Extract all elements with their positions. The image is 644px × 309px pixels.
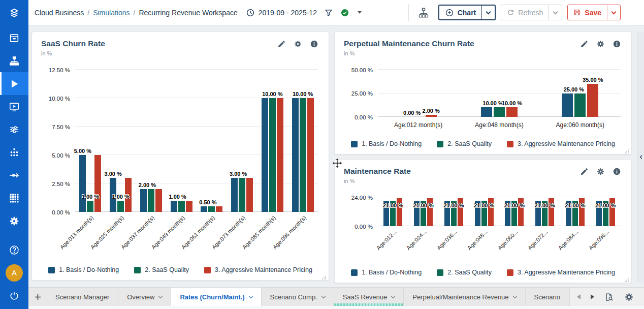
refresh-button[interactable]: Refresh: [501, 5, 562, 20]
bar[interactable]: [140, 189, 147, 212]
sidebar-item-dots-cluster[interactable]: [0, 141, 28, 164]
add-chart-button[interactable]: Chart: [438, 5, 496, 20]
legend-item[interactable]: 2. SaaS Quality: [134, 266, 189, 273]
refresh-dropdown[interactable]: [549, 5, 562, 20]
bar[interactable]: [239, 178, 245, 212]
info-icon[interactable]: [613, 167, 621, 176]
bar[interactable]: [201, 206, 207, 212]
bar[interactable]: [231, 178, 238, 212]
legend-item[interactable]: 1. Basis / Do-Nothing: [351, 269, 422, 276]
bar[interactable]: [300, 98, 306, 212]
sidebar-item-flow-arrow[interactable]: [0, 164, 28, 187]
bar[interactable]: [148, 189, 154, 212]
settings-gear-icon[interactable]: [596, 167, 605, 176]
legend-item[interactable]: 3. Aggressive Maintenance Pricing: [204, 266, 312, 273]
legend-swatch: [134, 267, 141, 273]
sidebar-item-gear[interactable]: [0, 209, 28, 232]
sidebar-item-avatar[interactable]: A: [0, 261, 28, 284]
tabbar-settings-gear-icon[interactable]: [624, 292, 634, 302]
breadcrumb-current: Recurring Revenue Workspace: [139, 9, 237, 17]
bar[interactable]: [186, 201, 192, 212]
info-icon[interactable]: [310, 40, 318, 48]
edit-pencil-icon[interactable]: [580, 167, 589, 176]
edit-pencil-icon[interactable]: [580, 40, 589, 48]
date-range-widget[interactable]: 2019-09 - 2025-12: [246, 8, 317, 17]
edit-pencil-icon[interactable]: [277, 40, 286, 48]
bar[interactable]: [171, 201, 177, 212]
scroll-right-icon[interactable]: [591, 294, 594, 299]
breadcrumb-link-simulations[interactable]: Simulations: [93, 9, 130, 17]
legend-item[interactable]: 3. Aggressive Maintenance Pricing: [507, 140, 615, 147]
breadcrumb-separator: /: [134, 9, 136, 17]
save-button[interactable]: Save: [567, 5, 621, 20]
tab-scenario-comp[interactable]: Scenario Comp.: [262, 288, 334, 306]
tab-scenario-manager[interactable]: Scenario Manager: [47, 288, 118, 306]
legend-label: 2. SaaS Quality: [447, 140, 492, 147]
bar[interactable]: [155, 189, 162, 212]
legend-item[interactable]: 1. Basis / Do-Nothing: [351, 140, 422, 147]
settings-gear-icon[interactable]: [596, 40, 605, 48]
tab-overview[interactable]: Overview: [118, 288, 171, 306]
bar[interactable]: [117, 201, 124, 212]
bar[interactable]: [307, 98, 314, 212]
sidebar-item-play-screen[interactable]: [0, 95, 28, 118]
bar[interactable]: [79, 155, 86, 212]
info-icon[interactable]: [613, 40, 621, 48]
bar[interactable]: [87, 201, 93, 212]
legend-item[interactable]: 2. SaaS Quality: [437, 269, 492, 276]
sidebar-item-archive[interactable]: [0, 26, 28, 49]
bar-value-label: 10.00 %: [502, 100, 522, 106]
bar[interactable]: [292, 98, 299, 212]
sidebar-item-grid[interactable]: [0, 187, 28, 209]
avatar: A: [6, 264, 23, 282]
sidebar-item-play[interactable]: [0, 72, 28, 95]
legend-item[interactable]: 3. Aggressive Maintenance Pricing: [507, 269, 615, 276]
status-caret-down-icon[interactable]: [358, 11, 362, 14]
sitemap-icon[interactable]: [418, 7, 429, 18]
collapse-panel-toggle[interactable]: [637, 32, 644, 283]
tab-saas-revenue[interactable]: SaaS Revenue: [334, 288, 404, 306]
bar[interactable]: [426, 115, 437, 117]
x-axis-label: Age:048...: [466, 229, 489, 251]
bar[interactable]: [216, 206, 222, 212]
filter-icon[interactable]: [324, 8, 333, 17]
x-axis-label: Age:037 month(s): [120, 214, 155, 250]
bar[interactable]: [506, 107, 518, 117]
panel-toolbar: [277, 40, 318, 48]
resize-handle-icon[interactable]: [624, 147, 629, 152]
tab-rates-churn-maint[interactable]: Rates (Churn/Maint.): [171, 288, 261, 306]
bar[interactable]: [94, 155, 101, 212]
x-axis-label: Age:073 month(s): [211, 214, 246, 250]
add-tab-button[interactable]: [28, 288, 47, 306]
bar[interactable]: [481, 107, 492, 117]
bar[interactable]: [494, 107, 505, 117]
sidebar-item-org-chart[interactable]: [0, 49, 28, 72]
tab-scenario[interactable]: Scenario: [526, 288, 569, 306]
bar[interactable]: [178, 201, 185, 212]
legend-item[interactable]: 1. Basis / Do-Nothing: [48, 266, 119, 273]
bar[interactable]: [587, 84, 598, 117]
settings-gear-icon[interactable]: [294, 40, 302, 48]
find-in-page-icon[interactable]: [604, 292, 614, 302]
x-axis-label: Age:012 month(s): [394, 121, 442, 129]
resize-handle-icon[interactable]: [321, 273, 327, 278]
resize-handle-icon[interactable]: [624, 275, 629, 281]
bar[interactable]: [269, 98, 276, 212]
bar[interactable]: [246, 178, 253, 212]
sidebar-item-power[interactable]: [0, 284, 28, 307]
bar[interactable]: [262, 98, 268, 212]
bar[interactable]: [277, 98, 283, 212]
scroll-left-icon[interactable]: [577, 294, 581, 299]
sidebar-item-sliders[interactable]: [0, 118, 28, 141]
legend-item[interactable]: 2. SaaS Quality: [437, 140, 492, 147]
save-dropdown[interactable]: [607, 5, 620, 20]
bar[interactable]: [562, 94, 573, 117]
sidebar-item-help[interactable]: [0, 238, 28, 261]
bar[interactable]: [208, 206, 215, 212]
add-chart-dropdown[interactable]: [481, 6, 495, 19]
legend-label: 2. SaaS Quality: [447, 269, 492, 276]
bar[interactable]: [574, 94, 586, 117]
tab-perpetual-maintenance-revenue[interactable]: Perpetual/Maintenance Revenue: [404, 288, 525, 306]
app-logo[interactable]: [0, 0, 28, 26]
bar-value-label: 10.00 %: [482, 100, 503, 106]
